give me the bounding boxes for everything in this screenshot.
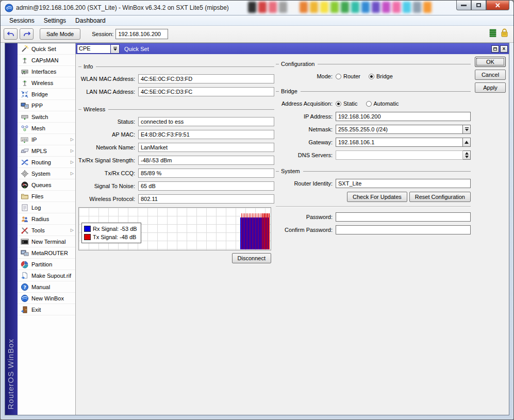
ip-address-field[interactable] [336,112,471,121]
menu-settings[interactable]: Settings [39,16,71,25]
sidebar-item-bridge[interactable]: Bridge [18,89,75,100]
apply-button[interactable]: Apply [475,82,506,93]
sidebar-item-quick-set[interactable]: Quick Set [18,43,75,55]
sidebar-item-new-terminal[interactable]: New Terminal [18,236,75,247]
password-label: Password: [276,214,336,220]
sidebar-item-label: New WinBox [31,295,64,301]
ok-button[interactable]: OK [475,57,506,67]
sidebar-item-queues[interactable]: Queues [18,179,75,191]
sidebar-item-mesh[interactable]: Mesh [18,123,75,134]
menu-sessions[interactable]: Sessions [5,16,39,25]
ap-mac-label: AP MAC: [78,131,138,138]
sidebar-item-label: Mesh [31,125,45,131]
confirm-password-label: Confirm Password: [276,227,336,233]
disconnect-button[interactable]: Disconnect [232,253,271,263]
ap-mac-field [138,130,274,139]
network-card-icon [21,68,29,76]
preset-dropdown-button[interactable] [111,44,120,54]
dns-spinner-button[interactable] [463,150,471,160]
users-icon [21,215,29,223]
submenu-arrow-icon: ▷ [71,228,74,232]
sidebar-item-tools[interactable]: Tools ▷ [18,225,75,236]
sidebar: Quick Set CAPsMAN Interfaces Wireless Br… [18,43,76,415]
redo-button[interactable] [20,28,34,40]
mode-bridge-radio[interactable] [369,74,374,79]
mode-router-radio[interactable] [336,74,341,79]
mode-label: Mode: [276,73,336,79]
sidebar-item-switch[interactable]: Switch [18,111,75,123]
brand-vertical-text: RouterOS WinBox [6,339,15,410]
cancel-button[interactable]: Cancel [475,70,506,80]
configuration-group-header: Configuration [276,61,471,67]
sidebar-item-label: Partition [31,261,52,267]
preset-combo[interactable]: CPE [77,44,120,54]
check-for-updates-button[interactable]: Check For Updates [347,192,407,202]
main-area: RouterOS WinBox Quick Set CAPsMAN Interf… [5,43,509,415]
preset-value[interactable]: CPE [77,44,111,54]
safe-mode-button[interactable]: Safe Mode [40,28,80,40]
acquisition-automatic-radio[interactable] [366,101,372,107]
sidebar-item-files[interactable]: Files [18,191,75,202]
confirm-password-field[interactable] [336,225,471,234]
window-titlebar[interactable]: admin@192.168.106.200 (SXT_Lite) - WinBo… [1,1,513,15]
wlan-mac-field [138,74,274,83]
signal-to-noise-label: Signal To Noise: [78,183,138,189]
sidebar-item-mpls[interactable]: MPLS ▷ [18,145,75,157]
sidebar-item-log[interactable]: Log [18,202,75,213]
redo-icon [23,31,30,37]
sidebar-item-label: Radius [31,216,49,222]
netmask-field[interactable] [336,125,463,134]
rx-legend-value: -53 dB [120,226,137,232]
gateway-field[interactable] [336,138,463,147]
tools-icon [21,226,29,234]
signal-strength-label: Tx/Rx Signal Strength: [78,157,138,163]
sidebar-item-ppp[interactable]: PPP [18,100,75,111]
sidebar-item-wireless[interactable]: Wireless [18,77,75,89]
sidebar-item-capsman[interactable]: CAPsMAN [18,55,75,66]
quickset-restore-button[interactable] [491,45,499,53]
quickset-close-button[interactable]: × [500,45,508,53]
tx-legend-value: -48 dB [120,234,136,240]
close-button[interactable]: ✕ [486,1,509,10]
sidebar-item-manual[interactable]: ? Manual [18,281,75,293]
gateway-collapse-button[interactable] [463,138,471,147]
sidebar-item-metarouter[interactable]: MetaROUTER [18,247,75,259]
sidebar-item-exit[interactable]: Exit [18,304,75,315]
sidebar-item-new-winbox[interactable]: New WinBox [18,293,75,304]
sidebar-item-label: Tools [31,227,45,233]
sidebar-item-label: Queues [31,182,52,188]
session-input[interactable] [115,29,168,39]
sidebar-item-label: CAPsMAN [31,57,59,63]
netmask-dropdown-button[interactable] [463,125,471,134]
sidebar-item-partition[interactable]: Partition [18,259,75,270]
sidebar-item-label: Switch [31,114,48,120]
session-label: Session: [92,31,113,37]
sidebar-item-radius[interactable]: Radius [18,213,75,225]
winbox-logo-icon [5,4,13,12]
undo-button[interactable] [4,28,18,40]
acquisition-static-radio[interactable] [336,101,341,107]
mode-router-label: Router [343,73,360,79]
minimize-button[interactable] [456,1,471,10]
password-field[interactable] [336,212,471,222]
sidebar-item-interfaces[interactable]: Interfaces [18,66,75,77]
sidebar-item-make-supout-rif[interactable]: Make Supout.rif [18,270,75,281]
wireless-protocol-label: Wireless Protocol: [78,196,138,202]
dns-servers-field[interactable] [336,150,463,160]
secure-lock-icon [501,28,508,37]
router-identity-field[interactable] [336,179,471,188]
menu-dashboard[interactable]: Dashboard [71,16,110,25]
winbox-globe-icon [21,294,29,303]
partition-pie-icon [21,260,29,268]
ppp-computers-icon [21,102,29,110]
up-down-arrows-icon [465,152,469,158]
reset-configuration-button[interactable]: Reset Configuration [409,192,471,202]
sidebar-item-system[interactable]: System ▷ [18,168,75,179]
brand-strip: RouterOS WinBox [5,43,18,415]
sidebar-item-label: Routing [31,159,51,165]
dns-servers-label: DNS Servers: [276,152,336,158]
quickset-content: Info WLAN MAC Address: LAN MAC Address: … [76,54,509,415]
sidebar-item-routing[interactable]: Routing ▷ [18,157,75,168]
sidebar-item-ip[interactable]: 255 IP ▷ [18,134,75,145]
maximize-button[interactable] [471,1,486,10]
